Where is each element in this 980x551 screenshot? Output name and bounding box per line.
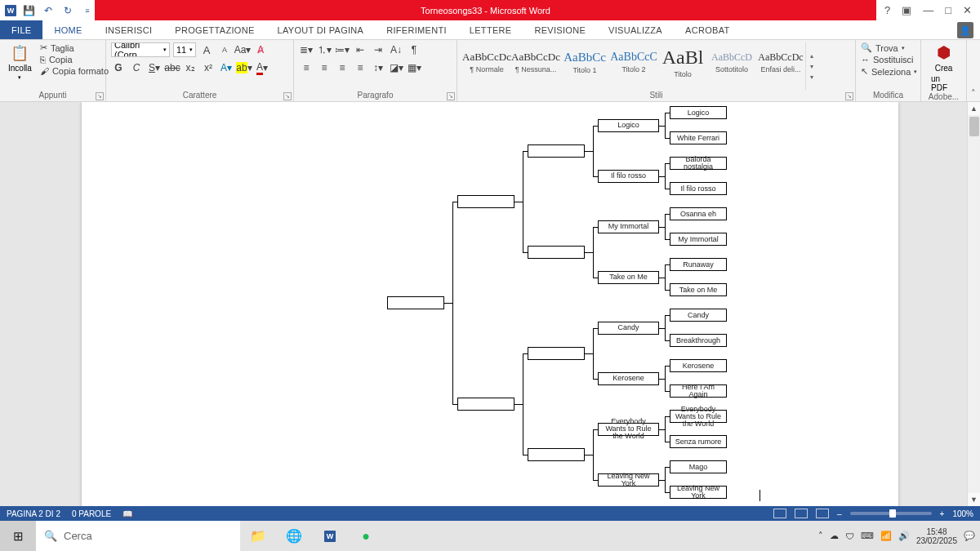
read-view-icon[interactable] <box>773 509 786 518</box>
tab-acrobat[interactable]: ACROBAT <box>674 20 741 39</box>
show-marks-icon[interactable]: ¶ <box>407 42 421 57</box>
font-size-input[interactable]: 11▾ <box>173 42 196 57</box>
numbering-icon[interactable]: ⒈▾ <box>317 42 332 57</box>
style-sottotitolo[interactable]: AaBbCcDSottotitolo <box>707 42 756 82</box>
create-pdf-button[interactable]: ⬢ Crea un PDF <box>926 42 961 92</box>
style---nessuna---[interactable]: AaBbCcDc¶ Nessuna... <box>511 42 560 82</box>
align-right-icon[interactable]: ≡ <box>335 60 350 75</box>
tab-visualizza[interactable]: VISUALIZZA <box>597 20 674 39</box>
tab-lettere[interactable]: LETTERE <box>458 20 523 39</box>
zoom-out-icon[interactable]: – <box>837 509 842 518</box>
strike-button[interactable]: abc <box>165 60 180 75</box>
file-explorer-icon[interactable]: 📁 <box>240 521 276 551</box>
tab-revisione[interactable]: REVISIONE <box>523 20 597 39</box>
multilevel-icon[interactable]: ≔▾ <box>335 42 350 57</box>
outdent-icon[interactable]: ⇤ <box>353 42 368 57</box>
input-lang-icon[interactable]: ⌨ <box>861 531 874 541</box>
style-titolo[interactable]: AaBlTitolo <box>658 42 707 82</box>
qat-customize-icon[interactable]: ≡ <box>80 3 95 18</box>
style---normale[interactable]: AaBbCcDc¶ Normale <box>462 42 511 82</box>
style-titolo-2[interactable]: AaBbCcCTitolo 2 <box>609 42 658 82</box>
scroll-up-icon[interactable]: ▲ <box>968 102 980 115</box>
clock[interactable]: 15:48 23/02/2025 <box>916 527 957 545</box>
redo-icon[interactable]: ↻ <box>60 3 75 18</box>
document-area[interactable]: LogicoWhite FerrariBalorda nostalgiaIl f… <box>0 102 980 506</box>
proofing-icon[interactable]: 📖 <box>122 509 132 518</box>
volume-icon[interactable]: 🔊 <box>898 531 910 541</box>
word-count[interactable]: 0 PAROLE <box>72 509 111 518</box>
font-dialog-launcher[interactable]: ↘ <box>283 92 292 100</box>
zoom-thumb[interactable] <box>889 509 896 518</box>
ribbon-options-icon[interactable]: ▣ <box>902 4 911 16</box>
word-taskbar-icon[interactable]: W <box>312 521 348 551</box>
bold-button[interactable]: G <box>111 60 126 75</box>
paste-button[interactable]: 📋 Incolla ▾ <box>5 42 35 91</box>
line-spacing-icon[interactable]: ↕▾ <box>371 60 385 75</box>
user-account-icon[interactable]: 👤 <box>957 22 973 38</box>
minimize-icon[interactable]: — <box>923 4 933 16</box>
format-painter-button[interactable]: 🖌Copia formato <box>40 66 109 76</box>
align-left-icon[interactable]: ≡ <box>299 60 314 75</box>
change-case-icon[interactable]: Aa▾ <box>235 42 250 57</box>
styles-more-icon[interactable]: ▴▾▾ <box>805 42 817 91</box>
sort-icon[interactable]: A↓ <box>389 42 403 57</box>
tray-overflow-icon[interactable]: ˄ <box>818 531 823 541</box>
justify-icon[interactable]: ≡ <box>353 60 368 75</box>
style-titolo-1[interactable]: AaBbCcTitolo 1 <box>560 42 609 82</box>
style-enfasi-deli---[interactable]: AaBbCcDcEnfasi deli... <box>756 42 805 82</box>
text-effects-icon[interactable]: A▾ <box>219 60 234 75</box>
undo-icon[interactable]: ↶ <box>41 3 56 18</box>
taskbar-search[interactable]: 🔍Cerca <box>36 521 240 551</box>
wifi-icon[interactable]: 📶 <box>880 531 892 541</box>
document-page[interactable]: LogicoWhite FerrariBalorda nostalgiaIl f… <box>82 102 898 506</box>
page-indicator[interactable]: PAGINA 2 DI 2 <box>7 509 60 518</box>
clear-format-icon[interactable]: A̷ <box>253 42 268 57</box>
paragraph-dialog-launcher[interactable]: ↘ <box>447 92 455 100</box>
vertical-scrollbar[interactable]: ▲ ▼ <box>967 102 980 506</box>
bullets-icon[interactable]: ≣▾ <box>299 42 314 57</box>
defender-icon[interactable]: 🛡 <box>845 531 854 541</box>
spotify-icon[interactable]: ● <box>348 521 384 551</box>
start-button[interactable]: ⊞ <box>0 521 36 551</box>
shrink-font-icon[interactable]: A <box>217 42 232 57</box>
styles-dialog-launcher[interactable]: ↘ <box>845 92 853 100</box>
indent-icon[interactable]: ⇥ <box>371 42 385 57</box>
subscript-button[interactable]: x₂ <box>183 60 198 75</box>
tab-home[interactable]: HOME <box>42 20 93 39</box>
borders-icon[interactable]: ▦▾ <box>407 60 421 75</box>
web-view-icon[interactable] <box>816 509 829 518</box>
collapse-ribbon-icon[interactable]: ˄ <box>967 40 980 101</box>
clipboard-dialog-launcher[interactable]: ↘ <box>96 92 104 100</box>
tab-inserisci[interactable]: INSERISCI <box>94 20 164 39</box>
underline-button[interactable]: S▾ <box>147 60 162 75</box>
find-button[interactable]: 🔍Trova▾ <box>861 42 917 53</box>
italic-button[interactable]: C <box>129 60 144 75</box>
replace-button[interactable]: ↔Sostituisci <box>861 55 917 64</box>
zoom-slider[interactable] <box>850 512 932 515</box>
onedrive-icon[interactable]: ☁ <box>830 531 839 541</box>
copy-button[interactable]: ⎘Copia <box>40 55 109 64</box>
shading-icon[interactable]: ◪▾ <box>389 60 403 75</box>
superscript-button[interactable]: x² <box>201 60 216 75</box>
paste-dropdown-icon[interactable]: ▾ <box>18 74 21 81</box>
tab-progettazione[interactable]: PROGETTAZIONE <box>163 20 265 39</box>
save-icon[interactable]: 💾 <box>21 3 36 18</box>
select-button[interactable]: ↖Seleziona▾ <box>861 66 917 77</box>
print-view-icon[interactable] <box>795 509 808 518</box>
font-name-input[interactable]: Calibri (Corp▾ <box>111 42 170 57</box>
close-icon[interactable]: ✕ <box>963 4 972 16</box>
scroll-thumb[interactable] <box>969 117 979 136</box>
zoom-in-icon[interactable]: + <box>940 509 945 518</box>
align-center-icon[interactable]: ≡ <box>317 60 332 75</box>
notifications-icon[interactable]: 💬 <box>964 531 975 541</box>
font-color-icon[interactable]: A▾ <box>255 60 270 75</box>
highlight-icon[interactable]: ab▾ <box>237 60 252 75</box>
cut-button[interactable]: ✂Taglia <box>40 42 109 53</box>
grow-font-icon[interactable]: A <box>199 42 214 57</box>
tab-riferimenti[interactable]: RIFERIMENTI <box>375 20 458 39</box>
tab-file[interactable]: FILE <box>0 20 42 39</box>
tab-layout[interactable]: LAYOUT DI PAGINA <box>266 20 376 39</box>
maximize-icon[interactable]: □ <box>945 4 951 16</box>
help-icon[interactable]: ? <box>884 4 890 16</box>
zoom-level[interactable]: 100% <box>952 509 973 518</box>
